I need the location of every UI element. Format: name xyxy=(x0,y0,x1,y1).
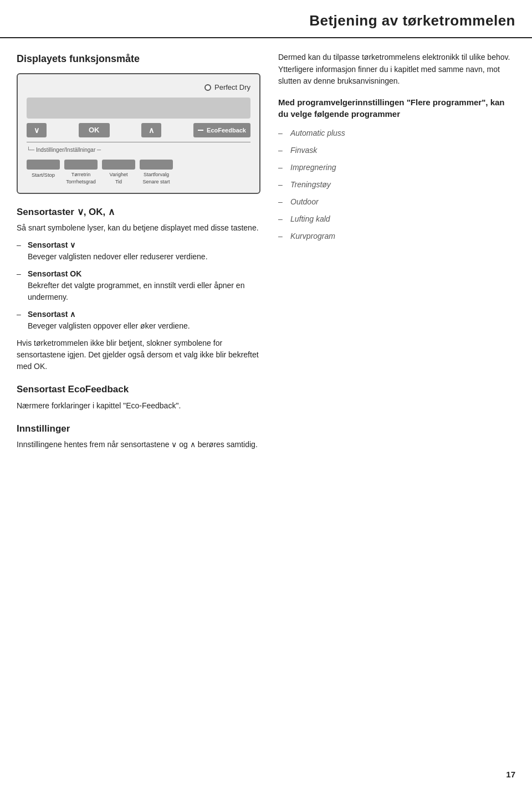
perfect-dry-indicator: Perfect Dry xyxy=(204,82,250,93)
prog-dash-3: – xyxy=(278,162,290,173)
innstillinger-text: Innstillingene hentes frem når sensortas… xyxy=(17,439,260,450)
prog-dash-4: – xyxy=(278,179,290,191)
list-item: – Lufting kald xyxy=(278,213,515,225)
sensortaster-title: Sensortaster ∨, OK, ∧ xyxy=(17,205,260,219)
program-3: Impregnering xyxy=(290,162,336,173)
bullet-dash-1: – xyxy=(17,239,28,263)
list-item: – Impregnering xyxy=(278,162,515,173)
bullet-content-3: Sensortast ∧ Beveger valglisten oppover … xyxy=(28,309,260,332)
bullet-down: – Sensortast ∨ Beveger valglisten nedove… xyxy=(17,239,260,263)
program-list: – Automatic pluss – Finvask – Impregneri… xyxy=(278,127,515,242)
program-4: Treningstøy xyxy=(290,179,331,191)
program-7: Kurvprogram xyxy=(290,230,335,242)
ecofeedback-section-title: Sensortast EcoFeedback xyxy=(17,382,260,397)
list-item: – Treningstøy xyxy=(278,179,515,191)
program-5: Outdoor xyxy=(290,196,319,208)
if-text: Hvis tørketrommelen ikke blir betjent, s… xyxy=(17,337,260,372)
up-button[interactable]: ∧ xyxy=(141,123,161,137)
prog-dash-7: – xyxy=(278,230,290,242)
perfect-dry-dot xyxy=(204,84,211,91)
main-content: Displayets funksjonsmåte Perfect Dry ∨ O… xyxy=(0,38,532,466)
bullet-text-3: Beveger valglisten oppover eller øker ve… xyxy=(28,321,190,330)
panel-labels: └─ Indstillinger/Inställningar ─ xyxy=(27,142,250,156)
bullet-text-2: Bekrefter det valgte programmet, en inns… xyxy=(28,281,244,301)
right-column: Dermed kan du tilpasse tørketrommelens e… xyxy=(278,52,515,248)
torretrin-label: Tørretrin Torrrhetsgrad xyxy=(66,171,96,186)
bullet-text-1: Beveger valglisten nedover eller reduser… xyxy=(28,252,208,261)
startforvalg-button[interactable] xyxy=(140,160,173,170)
indstillinger-label: └─ Indstillinger/Inställningar ─ xyxy=(27,147,101,153)
perfect-dry-label: Perfect Dry xyxy=(214,82,250,93)
startforvalg-label: Startforvalg Senare start xyxy=(142,171,170,186)
bullet-ok: – Sensortast OK Bekrefter det valgte pro… xyxy=(17,268,260,303)
ecofeedback-label: EcoFeedback xyxy=(207,127,246,134)
ecofeedback-button[interactable]: EcoFeedback xyxy=(193,123,250,137)
innstillinger-title: Innstillinger xyxy=(17,422,260,436)
bullet-label-3: Sensortast ∧ xyxy=(28,310,75,319)
program-6: Lufting kald xyxy=(290,213,330,225)
bullet-content-1: Sensortast ∨ Beveger valglisten nedover … xyxy=(28,239,260,263)
down-button[interactable]: ∨ xyxy=(27,123,47,137)
prog-dash-5: – xyxy=(278,196,290,208)
bullet-content-2: Sensortast OK Bekrefter det valgte progr… xyxy=(28,268,260,303)
ok-button[interactable]: OK xyxy=(79,123,110,137)
varighet-button[interactable] xyxy=(102,160,135,170)
list-item: – Outdoor xyxy=(278,196,515,208)
bullet-label-2: Sensortast OK xyxy=(28,269,81,278)
list-item: – Kurvprogram xyxy=(278,230,515,242)
bullet-dash-3: – xyxy=(17,309,28,332)
appliance-panel: Perfect Dry ∨ OK ∧ EcoFeedback └─ Indsti… xyxy=(17,73,260,194)
section-title: Displayets funksjonsmåte xyxy=(17,52,260,66)
sensortaster-intro: Så snart symbolene lyser, kan du betjene… xyxy=(17,222,260,234)
list-item: – Automatic pluss xyxy=(278,127,515,139)
display-screen xyxy=(27,98,250,119)
start-stop-button[interactable] xyxy=(27,160,60,170)
prog-dash-6: – xyxy=(278,213,290,225)
bullet-up: – Sensortast ∧ Beveger valglisten oppove… xyxy=(17,309,260,332)
varighet-label: Varighet Tid xyxy=(110,171,128,186)
program-1: Automatic pluss xyxy=(290,127,345,139)
start-stop-label: Start/Stop xyxy=(32,171,55,179)
program-2: Finvask xyxy=(290,145,317,156)
page-number: 17 xyxy=(506,769,515,781)
left-column: Displayets funksjonsmåte Perfect Dry ∨ O… xyxy=(17,52,260,455)
list-item: – Finvask xyxy=(278,145,515,156)
ecofeedback-dash-icon xyxy=(198,130,203,131)
bullet-dash-2: – xyxy=(17,268,28,303)
panel-top: Perfect Dry xyxy=(27,82,250,93)
page-title: Betjening av tørketrommelen xyxy=(309,10,515,32)
innstillinger-section: Innstillinger Innstillingene hentes frem… xyxy=(17,422,260,451)
page: Betjening av tørketrommelen Displayets f… xyxy=(0,0,532,794)
torretrin-button[interactable] xyxy=(64,160,98,170)
prog-dash-2: – xyxy=(278,145,290,156)
prog-dash-1: – xyxy=(278,127,290,139)
bottom-buttons: Start/Stop Tørretrin Torrrhetsgrad Varig… xyxy=(27,160,250,186)
ecofeedback-text: Nærmere forklaringer i kapittel "Eco-Fee… xyxy=(17,400,260,412)
page-header: Betjening av tørketrommelen xyxy=(0,0,532,38)
panel-buttons-row: ∨ OK ∧ EcoFeedback xyxy=(27,123,250,137)
right-intro: Dermed kan du tilpasse tørketrommelens e… xyxy=(278,52,515,88)
bullet-label-1: Sensortast ∨ xyxy=(28,240,75,249)
programs-title: Med programvelgerinnstillingen "Flere pr… xyxy=(278,96,515,120)
